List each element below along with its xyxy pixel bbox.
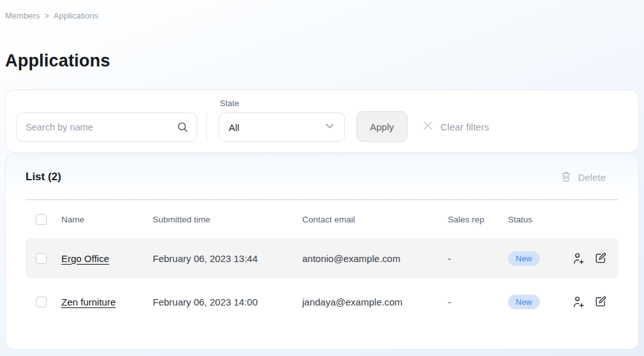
breadcrumb: Members > Applications — [0, 0, 644, 20]
edit-button[interactable] — [594, 252, 607, 265]
sales-rep-cell: - — [448, 253, 508, 264]
edit-icon — [594, 257, 607, 267]
trash-icon — [560, 171, 572, 184]
edit-button[interactable] — [594, 295, 607, 308]
list-header: List (2) Delete — [26, 155, 618, 199]
person-add-icon — [572, 258, 585, 267]
search-field-wrap — [16, 112, 197, 142]
search-icon — [176, 121, 189, 136]
person-add-icon — [572, 301, 585, 311]
state-label: State — [220, 98, 345, 108]
search-input[interactable] — [16, 112, 197, 142]
state-filter-group: State All — [218, 98, 345, 142]
clear-filters-label: Clear filters — [441, 121, 489, 132]
application-name-link[interactable]: Ergo Office — [61, 253, 109, 264]
clear-filters-button[interactable]: Clear filters — [422, 111, 489, 142]
assign-user-button[interactable] — [572, 295, 585, 309]
filter-divider — [206, 112, 207, 142]
application-name-link[interactable]: Zen furniture — [61, 297, 116, 307]
column-header-sales-rep: Sales rep — [448, 215, 508, 224]
edit-icon — [594, 300, 607, 310]
state-select[interactable]: All — [218, 112, 345, 142]
chevron-down-icon — [324, 120, 335, 134]
close-icon — [422, 120, 434, 134]
row-checkbox[interactable] — [36, 253, 47, 264]
breadcrumb-applications[interactable]: Applications — [54, 11, 98, 20]
table-row: Ergo Office February 06, 2023 13:44 anto… — [26, 238, 618, 278]
filter-bar: State All Apply Clear filters — [5, 89, 639, 153]
contact-email-cell: jandaya@example.com — [302, 297, 448, 307]
column-header-contact-email: Contact email — [302, 215, 448, 224]
assign-user-button[interactable] — [572, 252, 585, 265]
table-row: Zen furniture February 06, 2023 14:00 ja… — [26, 282, 618, 321]
applications-list-panel: List (2) Delete Name Submitted time Cont… — [5, 154, 639, 350]
submitted-time-cell: February 06, 2023 13:44 — [153, 253, 302, 264]
breadcrumb-members[interactable]: Members — [5, 11, 40, 20]
submitted-time-cell: February 06, 2023 14:00 — [153, 297, 302, 307]
delete-button[interactable]: Delete — [560, 171, 606, 184]
column-header-status: Status — [508, 215, 565, 224]
state-selected-value: All — [229, 122, 240, 133]
column-header-name: Name — [61, 215, 153, 224]
row-checkbox[interactable] — [36, 297, 47, 307]
status-badge: New — [508, 295, 540, 309]
delete-label: Delete — [578, 172, 606, 183]
table-header-row: Name Submitted time Contact email Sales … — [26, 200, 618, 238]
contact-email-cell: antonio@example.com — [302, 253, 448, 264]
apply-button[interactable]: Apply — [356, 111, 408, 142]
list-title: List (2) — [26, 171, 61, 183]
status-badge: New — [508, 251, 540, 266]
sales-rep-cell: - — [448, 297, 508, 307]
column-header-submitted-time: Submitted time — [153, 215, 302, 224]
breadcrumb-separator: > — [44, 11, 49, 20]
applications-table: Name Submitted time Contact email Sales … — [26, 199, 618, 321]
select-all-checkbox[interactable] — [36, 214, 47, 225]
page-title: Applications — [5, 51, 639, 70]
